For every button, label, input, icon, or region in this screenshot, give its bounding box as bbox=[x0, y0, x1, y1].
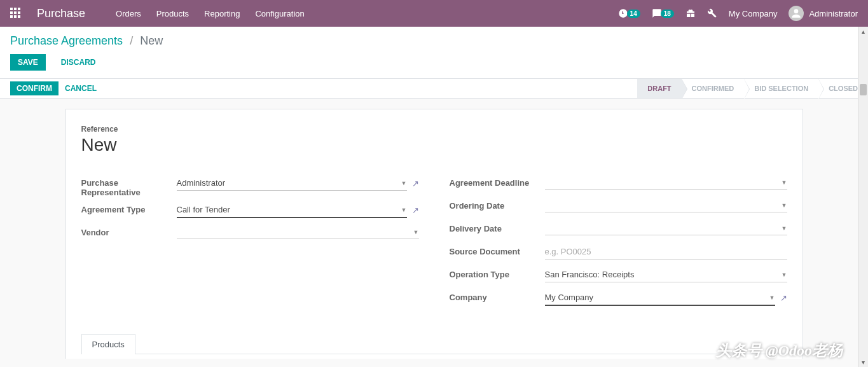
deadline-label: Agreement Deadline bbox=[450, 176, 545, 188]
scroll-up-icon[interactable]: ▴ bbox=[858, 28, 868, 35]
type-input[interactable]: Call for Tender▼ bbox=[177, 202, 407, 218]
scroll-thumb[interactable] bbox=[860, 84, 867, 95]
ordering-input[interactable]: ▼ bbox=[545, 198, 787, 212]
activity-badge: 14 bbox=[627, 10, 640, 18]
delivery-input[interactable]: ▼ bbox=[545, 221, 787, 235]
wrench-icon[interactable] bbox=[707, 8, 717, 18]
nav-configuration[interactable]: Configuration bbox=[255, 9, 304, 18]
status-row: CONFIRM CANCEL DRAFT CONFIRMED BID SELEC… bbox=[0, 78, 868, 99]
reference-value: New bbox=[81, 135, 787, 155]
col-price: Unit Price bbox=[695, 354, 787, 359]
form-col-right: Agreement Deadline ▼ Ordering Date ▼ Del… bbox=[450, 176, 787, 313]
user-menu[interactable]: Administrator bbox=[789, 6, 858, 21]
action-bar: SAVE DISCARD bbox=[0, 50, 868, 78]
rep-input[interactable]: Administrator▼ bbox=[177, 176, 407, 191]
status-confirmed[interactable]: CONFIRMED bbox=[682, 79, 745, 98]
apps-icon[interactable] bbox=[10, 8, 22, 19]
confirm-button[interactable]: CONFIRM bbox=[10, 81, 59, 95]
optype-label: Operation Type bbox=[450, 267, 545, 279]
rep-label: Purchase Representative bbox=[81, 176, 177, 197]
status-bid-selection[interactable]: BID SELECTION bbox=[744, 79, 818, 98]
form-columns: Purchase Representative Administrator▼ ↗… bbox=[81, 176, 787, 313]
company-input[interactable]: My Company▼ bbox=[545, 290, 775, 306]
col-qty: Quantity bbox=[434, 354, 515, 359]
external-link-icon[interactable]: ↗ bbox=[412, 205, 419, 215]
nav-orders[interactable]: Orders bbox=[116, 9, 141, 18]
type-label: Agreement Type bbox=[81, 202, 177, 214]
breadcrumb: Purchase Agreements / New bbox=[0, 27, 868, 50]
col-uom: UoM bbox=[647, 354, 695, 359]
external-link-icon[interactable]: ↗ bbox=[412, 179, 419, 188]
caret-down-icon: ▼ bbox=[413, 229, 419, 235]
col-desc: Custom Description bbox=[237, 354, 434, 359]
source-label: Source Document bbox=[450, 244, 545, 256]
caret-down-icon: ▼ bbox=[782, 202, 787, 209]
optype-input[interactable]: San Francisco: Receipts▼ bbox=[545, 267, 787, 282]
source-input[interactable]: e.g. PO0025 bbox=[545, 244, 787, 260]
external-link-icon[interactable]: ↗ bbox=[780, 293, 787, 303]
messaging-badge: 18 bbox=[661, 10, 674, 18]
scrollbar[interactable]: ▴ ▾ bbox=[858, 27, 868, 359]
breadcrumb-separator: / bbox=[130, 34, 133, 47]
form-col-left: Purchase Representative Administrator▼ ↗… bbox=[81, 176, 419, 313]
caret-down-icon: ▼ bbox=[782, 272, 787, 278]
deadline-input[interactable]: ▼ bbox=[545, 176, 787, 190]
caret-down-icon: ▼ bbox=[782, 225, 787, 232]
nav-reporting[interactable]: Reporting bbox=[204, 9, 240, 18]
activity-indicator[interactable]: 14 bbox=[618, 8, 640, 18]
col-ordered: Ordered Qua... bbox=[515, 354, 647, 359]
avatar-icon bbox=[789, 6, 804, 21]
content-area: Reference New Purchase Representative Ad… bbox=[0, 99, 868, 359]
top-nav: Purchase Orders Products Reporting Confi… bbox=[0, 0, 868, 27]
company-label: Company bbox=[450, 290, 545, 302]
nav-right: 14 18 My Company Administrator bbox=[618, 6, 858, 21]
reference-label: Reference bbox=[81, 125, 787, 134]
gift-icon[interactable] bbox=[685, 8, 696, 18]
ordering-label: Ordering Date bbox=[450, 198, 545, 211]
col-product: Product bbox=[81, 354, 237, 359]
messaging-indicator[interactable]: 18 bbox=[652, 8, 674, 18]
caret-down-icon: ▼ bbox=[401, 207, 407, 213]
nav-menu: Orders Products Reporting Configuration bbox=[116, 9, 305, 18]
form-sheet: Reference New Purchase Representative Ad… bbox=[65, 109, 803, 359]
caret-down-icon: ▼ bbox=[401, 180, 407, 186]
tab-products[interactable]: Products bbox=[81, 334, 135, 354]
caret-down-icon: ▼ bbox=[769, 294, 775, 301]
status-draft[interactable]: DRAFT bbox=[637, 79, 681, 98]
save-button[interactable]: SAVE bbox=[10, 54, 46, 71]
discard-button[interactable]: DISCARD bbox=[53, 54, 104, 71]
nav-products[interactable]: Products bbox=[156, 9, 189, 18]
app-brand: Purchase bbox=[37, 7, 85, 20]
delivery-label: Delivery Date bbox=[450, 221, 545, 233]
cancel-button[interactable]: CANCEL bbox=[59, 81, 103, 95]
tabs: Products bbox=[81, 333, 787, 354]
company-switcher[interactable]: My Company bbox=[729, 9, 778, 18]
breadcrumb-current: New bbox=[140, 34, 163, 47]
vendor-input[interactable]: ▼ bbox=[177, 225, 419, 239]
breadcrumb-parent[interactable]: Purchase Agreements bbox=[10, 34, 123, 47]
user-name: Administrator bbox=[809, 9, 858, 18]
vendor-label: Vendor bbox=[81, 225, 177, 237]
caret-down-icon: ▼ bbox=[782, 179, 787, 186]
status-bar: DRAFT CONFIRMED BID SELECTION CLOSED bbox=[637, 79, 868, 98]
products-table: Product Custom Description Quantity Orde… bbox=[81, 354, 787, 359]
